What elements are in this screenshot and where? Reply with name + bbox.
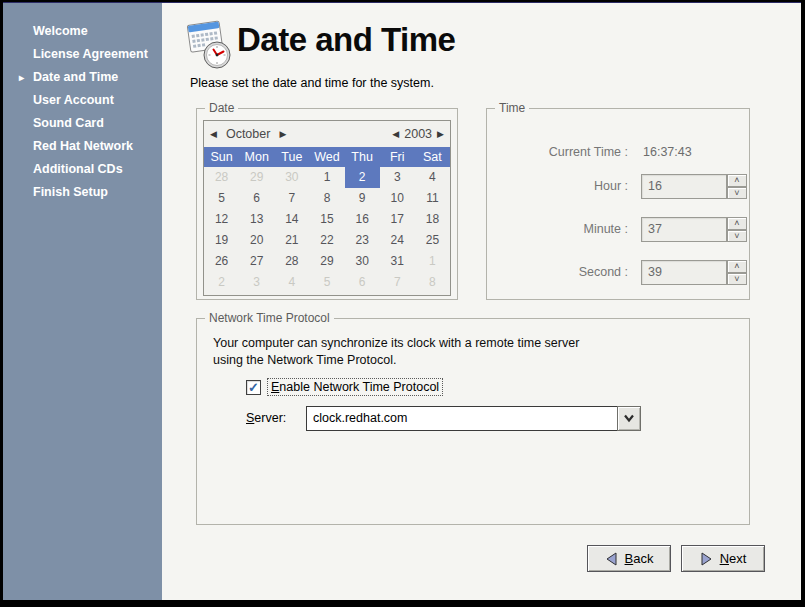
calendar-weekday-header: Sat (415, 147, 450, 167)
calendar-day[interactable]: 14 (274, 209, 309, 230)
sidebar-item-label: Date and Time (33, 70, 118, 84)
next-button[interactable]: Next (681, 545, 765, 572)
calendar-day[interactable]: 17 (380, 209, 415, 230)
second-spin-down-icon[interactable]: ˅ (727, 273, 747, 286)
calendar-day[interactable]: 3 (239, 272, 274, 293)
time-group-label: Time (495, 101, 529, 115)
calendar-day[interactable]: 25 (415, 230, 450, 251)
calendar-day[interactable]: 7 (380, 272, 415, 293)
calendar-day[interactable]: 9 (345, 188, 380, 209)
calendar-day[interactable]: 16 (345, 209, 380, 230)
sidebar-item[interactable]: Welcome (3, 20, 162, 43)
calendar-widget: ◀ October ▶ ◀ 2003 ▶ SunMonTueWedThuFriS… (203, 120, 451, 296)
next-month-icon[interactable]: ▶ (279, 130, 286, 139)
calendar-weekday-header: Fri (380, 147, 415, 167)
calendar-day[interactable]: 5 (204, 188, 239, 209)
server-combobox: clock.redhat.com (306, 406, 641, 431)
hour-field[interactable]: 16 (641, 174, 727, 199)
sidebar-item-label: User Account (33, 93, 114, 107)
next-arrow-icon (700, 552, 713, 566)
calendar-weekday-header: Thu (345, 147, 380, 167)
calendar-day[interactable]: 24 (380, 230, 415, 251)
year-navigation: ◀ 2003 ▶ (392, 127, 444, 141)
calendar-day[interactable]: 2 (345, 167, 380, 188)
calendar-day[interactable]: 8 (309, 188, 344, 209)
server-dropdown-button[interactable] (617, 406, 641, 431)
time-group: Time Current Time : 16:37:43 Hour : 16 ˄… (486, 108, 750, 300)
sidebar-item[interactable]: Sound Card (3, 112, 162, 135)
second-label: Second : (498, 260, 628, 285)
calendar-weekday-header: Wed (309, 147, 344, 167)
calendar-day[interactable]: 6 (345, 272, 380, 293)
calendar-day[interactable]: 7 (274, 188, 309, 209)
hour-spin-up-icon[interactable]: ˄ (727, 174, 747, 187)
calendar-day[interactable]: 6 (239, 188, 274, 209)
calendar-day[interactable]: 12 (204, 209, 239, 230)
calendar-day[interactable]: 29 (239, 167, 274, 188)
calendar-clock-icon (184, 15, 234, 71)
back-button-label: Back (625, 551, 654, 566)
calendar-day[interactable]: 13 (239, 209, 274, 230)
sidebar-item-label: Sound Card (33, 116, 104, 130)
back-button[interactable]: Back (587, 545, 671, 572)
calendar-day[interactable]: 8 (415, 272, 450, 293)
calendar-day[interactable]: 2 (204, 272, 239, 293)
active-step-marker-icon: ▸ (19, 66, 24, 89)
sidebar-item[interactable]: ▸ Date and Time (3, 66, 162, 89)
hour-spin-down-icon[interactable]: ˅ (727, 187, 747, 200)
enable-ntp-checkbox[interactable]: ✓ (246, 380, 261, 395)
second-spin-up-icon[interactable]: ˄ (727, 260, 747, 273)
calendar-day[interactable]: 1 (309, 167, 344, 188)
current-time-value: 16:37:43 (643, 145, 692, 159)
calendar-day[interactable]: 11 (415, 188, 450, 209)
calendar-day[interactable]: 1 (415, 251, 450, 272)
sidebar-item[interactable]: Finish Setup (3, 181, 162, 204)
calendar-weekday-header: Mon (239, 147, 274, 167)
calendar-day[interactable]: 30 (345, 251, 380, 272)
server-input[interactable]: clock.redhat.com (306, 406, 617, 431)
enable-ntp-label[interactable]: Enable Network Time Protocol (267, 378, 443, 396)
calendar-day[interactable]: 20 (239, 230, 274, 251)
calendar-day[interactable]: 4 (415, 167, 450, 188)
minute-spin-down-icon[interactable]: ˅ (727, 230, 747, 243)
calendar-day[interactable]: 4 (274, 272, 309, 293)
calendar-day[interactable]: 18 (415, 209, 450, 230)
wizard-steps-sidebar: Welcome License Agreement ▸ Date and Tim… (3, 3, 162, 600)
calendar-day[interactable]: 29 (309, 251, 344, 272)
calendar-day[interactable]: 31 (380, 251, 415, 272)
hour-stepper: ˄ ˅ (727, 174, 747, 199)
sidebar-item[interactable]: Red Hat Network (3, 135, 162, 158)
calendar-day[interactable]: 10 (380, 188, 415, 209)
calendar-day[interactable]: 19 (204, 230, 239, 251)
sidebar-item[interactable]: Additional CDs (3, 158, 162, 181)
sidebar-item[interactable]: User Account (3, 89, 162, 112)
sidebar-item-label: License Agreement (33, 47, 148, 61)
date-group-label: Date (205, 101, 238, 115)
calendar-day[interactable]: 28 (274, 251, 309, 272)
previous-year-icon[interactable]: ◀ (392, 130, 399, 139)
calendar-day[interactable]: 28 (204, 167, 239, 188)
calendar-day[interactable]: 30 (274, 167, 309, 188)
minute-spin-up-icon[interactable]: ˄ (727, 217, 747, 230)
chevron-down-icon (623, 414, 635, 423)
ntp-description-line1: Your computer can synchronize its clock … (213, 335, 579, 352)
calendar-day[interactable]: 23 (345, 230, 380, 251)
calendar-day[interactable]: 3 (380, 167, 415, 188)
date-group: Date ◀ October ▶ ◀ 2003 ▶ SunMonTueWedTh… (196, 108, 458, 300)
calendar-day[interactable]: 21 (274, 230, 309, 251)
sidebar-item-label: Additional CDs (33, 162, 123, 176)
calendar-day[interactable]: 27 (239, 251, 274, 272)
ntp-group-label: Network Time Protocol (205, 311, 334, 325)
calendar-day[interactable]: 15 (309, 209, 344, 230)
second-field[interactable]: 39 (641, 260, 727, 285)
main-content: Date and Time Please set the date and ti… (162, 3, 801, 600)
sidebar-item[interactable]: License Agreement (3, 43, 162, 66)
sidebar-item-label: Welcome (33, 24, 88, 38)
calendar-day[interactable]: 5 (309, 272, 344, 293)
calendar-day[interactable]: 22 (309, 230, 344, 251)
next-year-icon[interactable]: ▶ (437, 130, 444, 139)
minute-field[interactable]: 37 (641, 217, 727, 242)
previous-month-icon[interactable]: ◀ (210, 130, 217, 139)
calendar-day[interactable]: 26 (204, 251, 239, 272)
month-navigation: ◀ October ▶ (210, 127, 286, 141)
